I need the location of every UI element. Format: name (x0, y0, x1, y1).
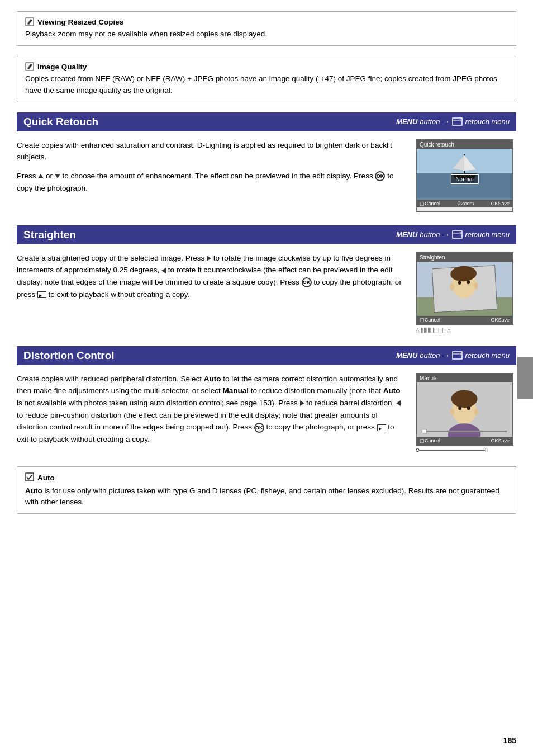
button-label-qr: button (420, 117, 440, 126)
distortion-face-scene (417, 382, 512, 437)
distortion-control-section: Distortion Control MENU button → retouch… (17, 346, 516, 453)
triangle-up-icon (38, 174, 44, 178)
distortion-control-para1: Create copies with reduced peripheral di… (17, 373, 408, 446)
quick-retouch-content: Create copies with enhanced saturation a… (17, 139, 516, 212)
auto-note-box: Auto Auto is for use only with pictures … (17, 466, 516, 514)
menu-dest-qr: retouch menu (465, 117, 510, 126)
ok-button-icon-dc: OK (254, 423, 264, 433)
retouch-menu-icon-st (452, 230, 463, 239)
distortion-control-image: Manual (416, 373, 516, 453)
straighten-camera-screen: Straighten (416, 252, 513, 325)
straighten-section: Straighten MENU button → retouch menu Cr… (17, 225, 516, 333)
svg-rect-32 (422, 429, 427, 433)
cam-cancel-dc: ▢Cancel (420, 438, 440, 443)
cam-bottom-dc: ▢Cancel OKSave (417, 437, 512, 445)
svg-rect-31 (422, 431, 507, 432)
auto-note-text: Auto is for use only with pictures taken… (25, 485, 508, 508)
note-image-quality-text: Copies created from NEF (RAW) or NEF (RA… (25, 73, 508, 96)
cam-image-area-st (417, 262, 512, 316)
quick-retouch-para1: Create copies with enhanced saturation a… (17, 139, 408, 163)
quick-retouch-image: Quick retouch (416, 139, 516, 212)
cam-image-area-dc (417, 382, 512, 437)
slider-indicator: O—————————————II (416, 447, 516, 453)
auto-note-bold: Auto (25, 486, 42, 495)
quick-retouch-title: Quick Retouch (23, 116, 98, 128)
quick-retouch-para2: Press or to choose the amount of enhance… (17, 170, 408, 194)
svg-point-27 (467, 406, 470, 410)
svg-point-25 (451, 390, 478, 407)
menu-label-st: MENU (396, 230, 417, 239)
auto-note-rest: is for use only with pictures taken with… (25, 486, 499, 506)
menu-dest-st: retouch menu (465, 230, 510, 239)
cam-image-area-qr: Normal (417, 149, 512, 200)
distortion-control-camera-screen: Manual (416, 373, 513, 446)
cam-cancel-qr: ▢Cancel (420, 201, 440, 206)
arrow-dc: → (442, 351, 450, 360)
cam-title-st: Straighten (417, 253, 512, 262)
note-viewing-resized-title: Viewing Resized Copies (25, 17, 508, 26)
cam-title-dc: Manual (417, 374, 512, 382)
slider-label: O—————————————II (416, 447, 488, 453)
quick-retouch-text: Create copies with enhanced saturation a… (17, 139, 408, 212)
cam-normal-label: Normal (450, 174, 478, 184)
straighten-para: Create a straightened copy of the select… (17, 252, 408, 300)
straighten-face-scene (417, 262, 512, 316)
retouch-menu-icon-qr (452, 117, 463, 126)
distortion-control-menu-path: MENU button → retouch menu (396, 351, 510, 360)
rotation-indicator: △ ||||||||||||||||||| △ (416, 327, 516, 333)
straighten-content: Create a straightened copy of the select… (17, 252, 516, 333)
cam-save-dc: OKSave (491, 438, 510, 443)
straighten-header: Straighten MENU button → retouch menu (17, 225, 516, 244)
button-label-dc: button (420, 351, 440, 360)
play-left-icon-dc (396, 400, 401, 406)
quick-retouch-header: Quick Retouch MENU button → retouch menu (17, 112, 516, 131)
note-viewing-resized-text: Playback zoom may not be available when … (25, 29, 508, 40)
straighten-title: Straighten (23, 229, 76, 241)
distortion-control-text: Create copies with reduced peripheral di… (17, 373, 408, 453)
quick-retouch-section: Quick Retouch MENU button → retouch menu… (17, 112, 516, 212)
quick-retouch-camera-screen: Quick retouch (416, 139, 513, 212)
distortion-control-header: Distortion Control MENU button → retouch… (17, 346, 516, 365)
cam-zoom-qr: ⚲Zoom (457, 201, 474, 206)
ok-button-icon-qr: OK (375, 171, 385, 181)
checkbox-icon (25, 472, 34, 483)
checkmark-icon (25, 472, 34, 481)
cam-bottom-st: ▢Cancel OKSave (417, 316, 512, 324)
pencil-icon (25, 17, 34, 26)
retouch-menu-icon-dc (452, 351, 463, 360)
cam-save-qr: OKSave (491, 201, 510, 206)
svg-rect-2 (453, 118, 462, 125)
straighten-image: Straighten (416, 252, 516, 333)
cam-cancel-st: ▢Cancel (420, 317, 440, 323)
svg-rect-21 (453, 352, 462, 359)
quick-retouch-menu-path: MENU button → retouch menu (396, 117, 510, 126)
distortion-face-svg (417, 382, 512, 437)
playback-btn-icon-dc (377, 424, 386, 431)
svg-rect-34 (520, 361, 531, 395)
auto-note-title: Auto (25, 472, 508, 483)
note-image-quality: Image Quality Copies created from NEF (R… (17, 56, 516, 102)
straighten-text: Create a straightened copy of the select… (17, 252, 408, 333)
play-right-icon-st (207, 256, 211, 261)
menu-dest-dc: retouch menu (465, 351, 510, 360)
distortion-control-title: Distortion Control (23, 349, 115, 362)
boat-svg (417, 149, 512, 198)
menu-label-qr: MENU (396, 117, 417, 126)
playback-btn-icon-st (37, 291, 46, 298)
right-tab-icon (520, 361, 531, 395)
pencil-icon-2 (25, 62, 34, 71)
page-number: 185 (503, 736, 516, 745)
triangle-down-icon (55, 174, 60, 178)
cam-bottom-qr: ▢Cancel ⚲Zoom OKSave (417, 200, 512, 207)
arrow-st: → (442, 230, 450, 239)
cam-title-qr: Quick retouch (417, 140, 512, 149)
right-tab (517, 357, 533, 399)
note-image-quality-title: Image Quality (25, 62, 508, 71)
auto-note-title-text: Auto (37, 474, 55, 482)
ok-button-icon-st: OK (302, 277, 312, 287)
svg-rect-10 (453, 231, 462, 238)
svg-point-26 (458, 406, 461, 410)
menu-label-dc: MENU (396, 351, 417, 360)
straighten-menu-path: MENU button → retouch menu (396, 230, 510, 239)
cam-save-st: OKSave (491, 317, 510, 323)
